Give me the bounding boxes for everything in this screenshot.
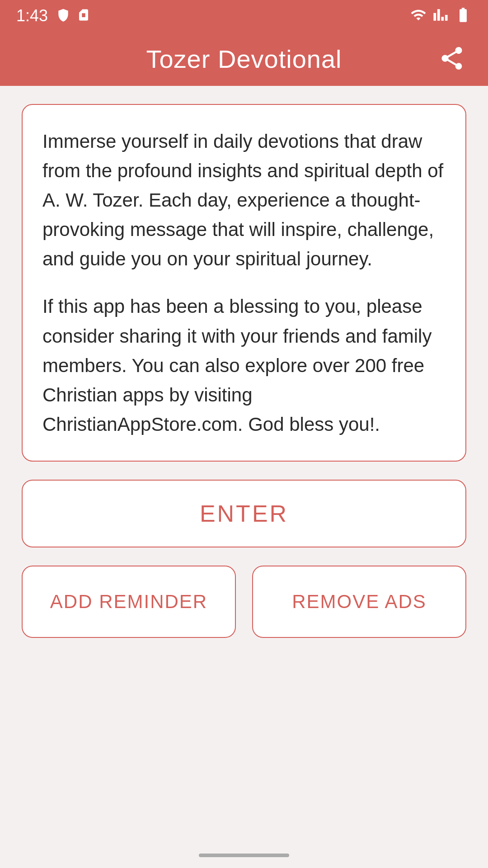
status-icons-left: [56, 8, 90, 24]
signal-icon: [433, 7, 448, 24]
app-bar: Tozer Devotional: [0, 32, 488, 86]
bottom-buttons-row: ADD REMINDER REMOVE ADS: [22, 566, 466, 638]
main-content: Immerse yourself in daily devotions that…: [0, 86, 488, 656]
description-text: Immerse yourself in daily devotions that…: [42, 127, 446, 439]
status-bar: 1:43: [0, 0, 488, 32]
remove-ads-button[interactable]: REMOVE ADS: [252, 566, 466, 638]
wifi-icon: [410, 7, 427, 25]
status-left: 1:43: [16, 6, 90, 25]
enter-button[interactable]: ENTER: [22, 480, 466, 547]
add-reminder-button[interactable]: ADD REMINDER: [22, 566, 236, 638]
share-button[interactable]: [434, 40, 470, 78]
status-time: 1:43: [16, 6, 48, 25]
description-card: Immerse yourself in daily devotions that…: [22, 104, 466, 462]
status-right: [410, 6, 472, 25]
shield-icon: [56, 8, 70, 24]
paragraph-break: [42, 274, 446, 292]
sim-card-icon: [77, 8, 90, 24]
share-icon: [438, 66, 465, 73]
app-title: Tozer Devotional: [146, 44, 342, 74]
description-paragraph-2: If this app has been a blessing to you, …: [42, 296, 432, 434]
home-indicator: [199, 854, 289, 857]
description-paragraph-1: Immerse yourself in daily devotions that…: [42, 131, 443, 269]
battery-icon: [455, 6, 472, 25]
